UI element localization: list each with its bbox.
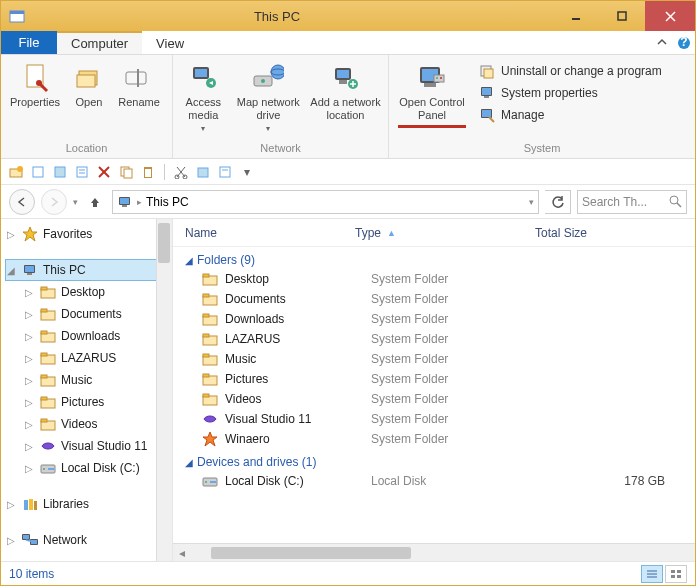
folder-icon: [39, 283, 57, 301]
refresh-button[interactable]: [545, 190, 571, 214]
list-item[interactable]: DesktopSystem Folder: [173, 269, 695, 289]
svg-rect-12: [126, 72, 146, 84]
svg-rect-69: [41, 331, 47, 334]
svg-rect-82: [29, 499, 33, 510]
tree-child[interactable]: ▷Visual Studio 11: [5, 435, 172, 457]
search-box[interactable]: Search Th...: [577, 190, 687, 214]
qat-btn-3[interactable]: [51, 163, 69, 181]
list-item[interactable]: VideosSystem Folder: [173, 389, 695, 409]
properties-button[interactable]: Properties: [7, 59, 63, 109]
file-menu[interactable]: File: [1, 31, 57, 54]
list-item[interactable]: Visual Studio 11System Folder: [173, 409, 695, 429]
list-item[interactable]: LAZARUSSystem Folder: [173, 329, 695, 349]
svg-rect-100: [203, 374, 209, 377]
folder-icon: [201, 271, 219, 287]
svg-point-104: [205, 481, 207, 483]
svg-text:?: ?: [680, 36, 687, 49]
recent-dropdown[interactable]: ▾: [73, 197, 78, 207]
svg-rect-75: [41, 397, 47, 400]
tree-network[interactable]: ▷Network: [5, 529, 172, 551]
map-network-drive-button[interactable]: Map network drive▾: [234, 59, 303, 133]
minimize-button[interactable]: [553, 1, 599, 31]
group-network-label: Network: [179, 140, 382, 156]
svg-rect-98: [203, 354, 209, 357]
window-icon: [9, 8, 25, 24]
svg-rect-73: [41, 375, 47, 378]
forward-button[interactable]: [41, 189, 67, 215]
svg-rect-41: [55, 167, 65, 177]
tree-child[interactable]: ▷Music: [5, 369, 172, 391]
back-button[interactable]: [9, 189, 35, 215]
svg-rect-27: [424, 83, 436, 87]
svg-rect-63: [27, 273, 32, 275]
qat-dropdown[interactable]: ▾: [238, 163, 256, 181]
add-network-location-button[interactable]: Add a network location: [309, 59, 382, 121]
tree-favorites[interactable]: ▷Favorites: [5, 223, 172, 245]
qat-cut[interactable]: [172, 163, 190, 181]
tree-libraries[interactable]: ▷Libraries: [5, 493, 172, 515]
svg-rect-34: [482, 88, 491, 95]
tree-child[interactable]: ▷Pictures: [5, 391, 172, 413]
system-properties-button[interactable]: System properties: [475, 83, 666, 103]
tab-view[interactable]: View: [142, 31, 198, 54]
maximize-button[interactable]: [599, 1, 645, 31]
list-item[interactable]: MusicSystem Folder: [173, 349, 695, 369]
list-item[interactable]: DownloadsSystem Folder: [173, 309, 695, 329]
list-item[interactable]: WinaeroSystem Folder: [173, 429, 695, 449]
rename-button[interactable]: Rename: [115, 59, 163, 109]
manage-button[interactable]: Manage: [475, 105, 666, 125]
h-scrollbar[interactable]: ◂: [173, 543, 695, 561]
tree-child[interactable]: ▷Desktop: [5, 281, 172, 303]
list-item[interactable]: Local Disk (C:)Local Disk178 GB: [173, 471, 695, 491]
svg-rect-32: [484, 69, 493, 78]
collapse-ribbon-button[interactable]: [651, 31, 673, 54]
svg-rect-83: [34, 501, 37, 510]
close-button[interactable]: [645, 1, 695, 31]
access-media-button[interactable]: Access media▾: [179, 59, 228, 133]
folder-icon: [39, 415, 57, 433]
tab-computer[interactable]: Computer: [57, 31, 142, 54]
qat-btn-10[interactable]: [216, 163, 234, 181]
qat-copy[interactable]: [117, 163, 135, 181]
tree-scrollbar[interactable]: [156, 219, 172, 561]
folder-icon: [201, 331, 219, 347]
open-button[interactable]: Open: [69, 59, 109, 109]
list-item[interactable]: DocumentsSystem Folder: [173, 289, 695, 309]
group-folders[interactable]: ◢Folders (9): [173, 247, 695, 269]
qat-new-folder[interactable]: [7, 163, 25, 181]
group-drives[interactable]: ◢Devices and drives (1): [173, 449, 695, 471]
help-button[interactable]: ?: [673, 31, 695, 54]
tree-child[interactable]: ▷Local Disk (C:): [5, 457, 172, 479]
qat-btn-4[interactable]: [73, 163, 91, 181]
svg-rect-15: [195, 69, 207, 77]
sort-indicator: ▲: [387, 228, 396, 238]
file-list: Name Type▲ Total Size ◢Folders (9) Deskt…: [173, 219, 695, 561]
details-view-button[interactable]: [641, 565, 663, 583]
open-control-panel-button[interactable]: Open Control Panel: [395, 59, 469, 140]
tree-this-pc[interactable]: ◢This PC: [5, 259, 172, 281]
tree-child[interactable]: ▷LAZARUS: [5, 347, 172, 369]
qat-delete[interactable]: [95, 163, 113, 181]
icons-view-button[interactable]: [665, 565, 687, 583]
col-total-size[interactable]: Total Size: [535, 226, 695, 240]
tree-child[interactable]: ▷Downloads: [5, 325, 172, 347]
address-bar[interactable]: ▸ This PC ▾: [112, 190, 539, 214]
uninstall-button[interactable]: Uninstall or change a program: [475, 61, 666, 81]
qat-btn-2[interactable]: [29, 163, 47, 181]
tree-child[interactable]: ▷Documents: [5, 303, 172, 325]
col-name[interactable]: Name: [185, 226, 355, 240]
svg-rect-85: [23, 535, 29, 539]
nav-bar: ▾ ▸ This PC ▾ Search Th...: [1, 185, 695, 219]
tree-child[interactable]: ▷Videos: [5, 413, 172, 435]
manage-icon: [479, 107, 495, 123]
qat-btn-9[interactable]: [194, 163, 212, 181]
search-placeholder: Search Th...: [582, 195, 665, 209]
col-type[interactable]: Type▲: [355, 226, 535, 240]
svg-rect-28: [434, 75, 444, 82]
qat-paste[interactable]: [139, 163, 157, 181]
list-item[interactable]: PicturesSystem Folder: [173, 369, 695, 389]
up-button[interactable]: [84, 195, 106, 209]
star-icon: [21, 225, 39, 243]
folder-icon: [201, 291, 219, 307]
svg-rect-96: [203, 334, 209, 337]
